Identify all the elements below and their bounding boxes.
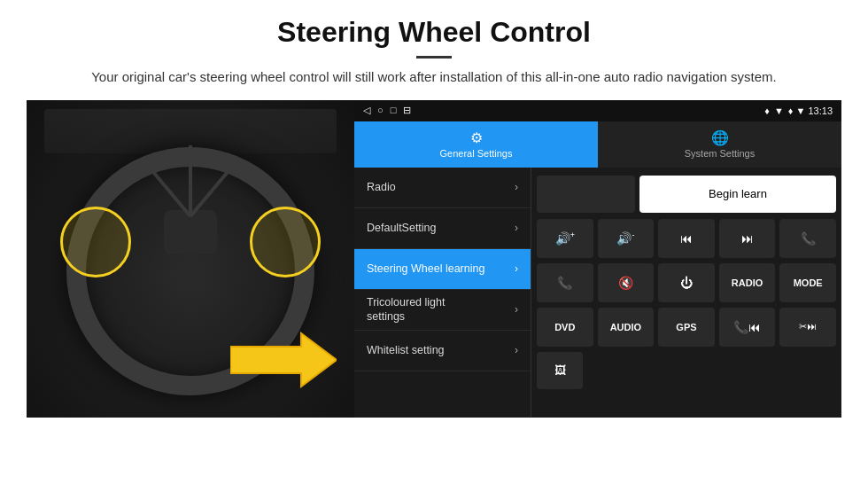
button-row-1: Begin learn — [537, 175, 836, 214]
button-grid: Begin learn 🔊+ 🔊- ⏮ — [531, 168, 841, 418]
menu-list: Radio › DefaultSetting › Steering Wheel … — [354, 168, 531, 418]
mode-label: MODE — [794, 277, 823, 288]
prev-track-button[interactable]: ⏮ — [658, 219, 715, 258]
cut-next-button[interactable]: ✂⏭ — [779, 308, 836, 347]
phone-answer-button[interactable]: 📞 — [779, 219, 836, 258]
phone-call-button[interactable]: 📞 — [537, 263, 593, 302]
button-row-4: DVD AUDIO GPS 📞⏮ ✂⏭ — [537, 308, 836, 347]
media-button[interactable]: 🖼 — [537, 352, 583, 389]
system-settings-icon: 🌐 — [711, 129, 729, 146]
chevron-icon-tricoloured: › — [515, 303, 518, 316]
android-panel: ◁ ○ □ ⊟ ♦ ▼ ♦ ▼ 13:13 ⚙ General Settings — [354, 100, 841, 418]
radio-button[interactable]: RADIO — [719, 263, 776, 302]
page-wrapper: Steering Wheel Control Your original car… — [0, 0, 868, 418]
phone-call-icon: 📞 — [557, 276, 572, 290]
tab-general-label: General Settings — [440, 148, 513, 159]
next-track-button[interactable]: ⏭ — [719, 219, 776, 258]
status-bar: ◁ ○ □ ⊟ ♦ ▼ ♦ ▼ 13:13 — [354, 100, 841, 121]
dvd-label: DVD — [554, 322, 575, 332]
volume-up-button[interactable]: 🔊+ — [537, 219, 593, 258]
menu-item-tricoloured[interactable]: Tricoloured lightsettings › — [354, 290, 531, 331]
audio-label: AUDIO — [610, 322, 641, 332]
tab-general-settings[interactable]: ⚙ General Settings — [354, 121, 598, 168]
volume-down-button[interactable]: 🔊- — [598, 219, 655, 258]
button-row-5: 🖼 — [537, 352, 836, 389]
signal-icon: ▼ — [774, 105, 784, 116]
gps-label: GPS — [676, 322, 696, 332]
svg-marker-0 — [230, 333, 337, 387]
radio-label: RADIO — [732, 277, 763, 288]
menu-item-radio[interactable]: Radio › — [354, 168, 531, 208]
home-icon[interactable]: ○ — [377, 105, 384, 116]
chevron-icon-whitelist: › — [515, 344, 518, 356]
chevron-icon-default: › — [515, 222, 518, 234]
audio-button[interactable]: AUDIO — [598, 308, 655, 347]
clock: ♦ ▼ 13:13 — [788, 105, 833, 116]
tab-bar: ⚙ General Settings 🌐 System Settings — [354, 121, 841, 168]
prev-track-icon: ⏮ — [680, 231, 693, 246]
title-section: Steering Wheel Control Your original car… — [27, 16, 841, 88]
volume-up-icon: 🔊+ — [555, 230, 575, 246]
phone-icon: 📞 — [801, 231, 816, 246]
left-callout-circle — [60, 207, 131, 277]
subtitle-text: Your original car's steering wheel contr… — [27, 67, 841, 88]
menu-icon[interactable]: ⊟ — [403, 105, 411, 116]
location-icon: ♦ — [764, 105, 770, 116]
mute-icon: 🔇 — [618, 276, 633, 290]
gps-button[interactable]: GPS — [658, 308, 715, 347]
mode-button[interactable]: MODE — [779, 263, 836, 302]
cut-next-icon: ✂⏭ — [799, 321, 817, 332]
menu-radio-label: Radio — [367, 180, 396, 194]
back-icon[interactable]: ◁ — [363, 105, 370, 116]
button-row-2: 🔊+ 🔊- ⏮ ⏭ 📞 — [537, 219, 836, 258]
menu-tricoloured-label: Tricoloured lightsettings — [367, 295, 445, 324]
content-row: ◁ ○ □ ⊟ ♦ ▼ ♦ ▼ 13:13 ⚙ General Settings — [27, 100, 841, 418]
volume-down-icon: 🔊- — [616, 230, 634, 246]
menu-item-steering-wheel[interactable]: Steering Wheel learning › — [354, 249, 531, 290]
power-icon: ⏻ — [680, 276, 693, 290]
recents-icon[interactable]: □ — [391, 105, 397, 116]
tab-system-label: System Settings — [685, 148, 755, 159]
general-settings-icon: ⚙ — [470, 129, 483, 146]
begin-learn-button[interactable]: Begin learn — [639, 176, 836, 213]
empty-slot-1 — [537, 176, 635, 213]
next-track-icon: ⏭ — [741, 231, 754, 246]
dvd-button[interactable]: DVD — [537, 308, 593, 347]
menu-area: Radio › DefaultSetting › Steering Wheel … — [354, 168, 841, 418]
menu-default-label: DefaultSetting — [367, 221, 437, 235]
tab-system-settings[interactable]: 🌐 System Settings — [598, 121, 841, 168]
mute-button[interactable]: 🔇 — [598, 263, 655, 302]
status-bar-right: ♦ ▼ ♦ ▼ 13:13 — [764, 105, 833, 116]
steering-wheel-image — [27, 100, 354, 418]
phone-prev-button[interactable]: 📞⏮ — [719, 308, 776, 347]
status-bar-left: ◁ ○ □ ⊟ — [363, 105, 411, 116]
menu-item-default-setting[interactable]: DefaultSetting › — [354, 208, 531, 249]
phone-prev-icon: 📞⏮ — [733, 320, 761, 334]
media-icon: 🖼 — [554, 363, 566, 377]
chevron-icon-steering: › — [515, 262, 518, 275]
menu-item-whitelist[interactable]: Whitelist setting › — [354, 331, 531, 371]
right-callout-circle — [250, 207, 321, 277]
power-button[interactable]: ⏻ — [658, 263, 715, 302]
button-row-3: 📞 🔇 ⏻ RADIO MODE — [537, 263, 836, 302]
chevron-icon-radio: › — [515, 181, 518, 193]
menu-steering-label: Steering Wheel learning — [367, 262, 484, 276]
page-title: Steering Wheel Control — [27, 16, 841, 49]
directional-arrow — [230, 329, 337, 391]
menu-whitelist-label: Whitelist setting — [367, 343, 445, 357]
title-divider — [416, 56, 452, 59]
